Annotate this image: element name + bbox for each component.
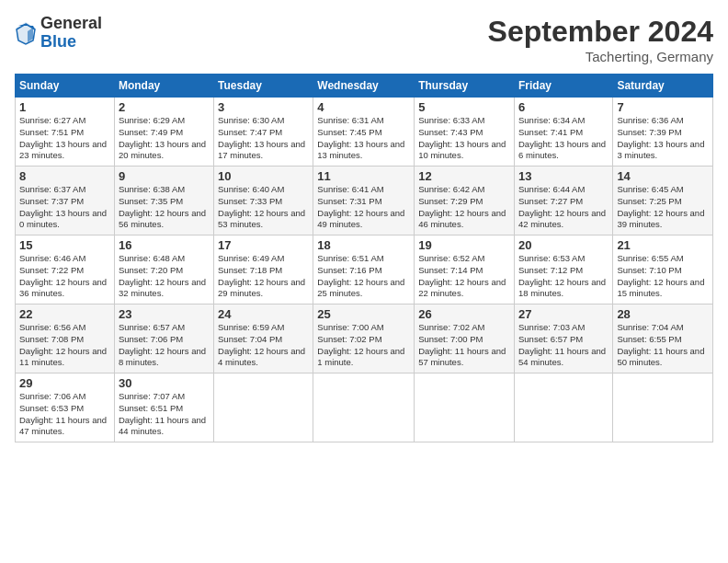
- day-info: Sunrise: 6:33 AM Sunset: 7:43 PM Dayligh…: [418, 115, 510, 162]
- table-row: [313, 373, 415, 442]
- table-row: 12Sunrise: 6:42 AM Sunset: 7:29 PM Dayli…: [415, 167, 515, 236]
- day-number: 15: [19, 238, 110, 252]
- day-header: Wednesday: [313, 75, 415, 98]
- day-number: 12: [418, 169, 510, 183]
- day-info: Sunrise: 6:48 AM Sunset: 7:20 PM Dayligh…: [119, 253, 210, 300]
- day-info: Sunrise: 7:02 AM Sunset: 7:00 PM Dayligh…: [418, 322, 510, 369]
- day-number: 11: [317, 169, 410, 183]
- table-row: 5Sunrise: 6:33 AM Sunset: 7:43 PM Daylig…: [415, 98, 515, 167]
- table-row: 24Sunrise: 6:59 AM Sunset: 7:04 PM Dayli…: [214, 304, 313, 373]
- day-number: 2: [119, 100, 210, 114]
- day-info: Sunrise: 6:56 AM Sunset: 7:08 PM Dayligh…: [19, 322, 110, 369]
- day-number: 3: [218, 100, 309, 114]
- day-header: Tuesday: [214, 75, 313, 98]
- day-info: Sunrise: 6:29 AM Sunset: 7:49 PM Dayligh…: [119, 115, 210, 162]
- day-number: 20: [518, 238, 609, 252]
- logo-text: General Blue: [40, 15, 102, 52]
- table-row: 25Sunrise: 7:00 AM Sunset: 7:02 PM Dayli…: [313, 304, 415, 373]
- day-number: 1: [19, 100, 110, 114]
- day-info: Sunrise: 7:07 AM Sunset: 6:51 PM Dayligh…: [119, 391, 210, 438]
- day-info: Sunrise: 6:49 AM Sunset: 7:18 PM Dayligh…: [218, 253, 309, 300]
- day-info: Sunrise: 7:03 AM Sunset: 6:57 PM Dayligh…: [518, 322, 609, 369]
- table-row: 8Sunrise: 6:37 AM Sunset: 7:37 PM Daylig…: [16, 167, 115, 236]
- day-number: 16: [119, 238, 210, 252]
- day-number: 19: [418, 238, 510, 252]
- day-number: 25: [317, 307, 410, 321]
- table-row: 2Sunrise: 6:29 AM Sunset: 7:49 PM Daylig…: [114, 98, 213, 167]
- day-header: Monday: [114, 75, 213, 98]
- day-info: Sunrise: 6:34 AM Sunset: 7:41 PM Dayligh…: [518, 115, 609, 162]
- table-row: 9Sunrise: 6:38 AM Sunset: 7:35 PM Daylig…: [114, 167, 213, 236]
- day-info: Sunrise: 6:42 AM Sunset: 7:29 PM Dayligh…: [418, 184, 510, 231]
- table-row: 6Sunrise: 6:34 AM Sunset: 7:41 PM Daylig…: [514, 98, 612, 167]
- day-info: Sunrise: 6:41 AM Sunset: 7:31 PM Dayligh…: [317, 184, 410, 231]
- day-info: Sunrise: 6:53 AM Sunset: 7:12 PM Dayligh…: [518, 253, 609, 300]
- table-row: 1Sunrise: 6:27 AM Sunset: 7:51 PM Daylig…: [16, 98, 115, 167]
- table-row: [514, 373, 612, 442]
- table-row: 15Sunrise: 6:46 AM Sunset: 7:22 PM Dayli…: [16, 236, 115, 304]
- day-info: Sunrise: 6:46 AM Sunset: 7:22 PM Dayligh…: [19, 253, 110, 300]
- day-header: Thursday: [415, 75, 515, 98]
- table-row: 29Sunrise: 7:06 AM Sunset: 6:53 PM Dayli…: [16, 373, 115, 442]
- table-row: 7Sunrise: 6:36 AM Sunset: 7:39 PM Daylig…: [613, 98, 713, 167]
- day-info: Sunrise: 6:57 AM Sunset: 7:06 PM Dayligh…: [119, 322, 210, 369]
- calendar-week: 22Sunrise: 6:56 AM Sunset: 7:08 PM Dayli…: [16, 304, 713, 373]
- day-info: Sunrise: 6:38 AM Sunset: 7:35 PM Dayligh…: [119, 184, 210, 231]
- header-row: SundayMondayTuesdayWednesdayThursdayFrid…: [16, 75, 713, 98]
- table-row: 20Sunrise: 6:53 AM Sunset: 7:12 PM Dayli…: [514, 236, 612, 304]
- day-info: Sunrise: 7:06 AM Sunset: 6:53 PM Dayligh…: [19, 391, 110, 438]
- day-header: Sunday: [16, 75, 115, 98]
- table-row: 14Sunrise: 6:45 AM Sunset: 7:25 PM Dayli…: [613, 167, 713, 236]
- logo-blue: Blue: [40, 33, 102, 52]
- day-info: Sunrise: 6:59 AM Sunset: 7:04 PM Dayligh…: [218, 322, 309, 369]
- day-info: Sunrise: 6:27 AM Sunset: 7:51 PM Dayligh…: [19, 115, 110, 162]
- day-number: 22: [19, 307, 110, 321]
- table-row: [415, 373, 515, 442]
- title-section: September 2024 Tacherting, Germany: [488, 15, 713, 64]
- month-title: September 2024: [488, 15, 713, 49]
- calendar-week: 8Sunrise: 6:37 AM Sunset: 7:37 PM Daylig…: [16, 167, 713, 236]
- location: Tacherting, Germany: [488, 49, 713, 64]
- table-row: 10Sunrise: 6:40 AM Sunset: 7:33 PM Dayli…: [214, 167, 313, 236]
- day-number: 27: [518, 307, 609, 321]
- day-number: 30: [119, 376, 210, 390]
- day-info: Sunrise: 6:55 AM Sunset: 7:10 PM Dayligh…: [617, 253, 709, 300]
- day-number: 23: [119, 307, 210, 321]
- logo: General Blue: [15, 15, 102, 52]
- day-info: Sunrise: 6:44 AM Sunset: 7:27 PM Dayligh…: [518, 184, 609, 231]
- day-info: Sunrise: 7:00 AM Sunset: 7:02 PM Dayligh…: [317, 322, 410, 369]
- table-row: 28Sunrise: 7:04 AM Sunset: 6:55 PM Dayli…: [613, 304, 713, 373]
- day-number: 29: [19, 376, 110, 390]
- day-number: 5: [418, 100, 510, 114]
- table-row: 11Sunrise: 6:41 AM Sunset: 7:31 PM Dayli…: [313, 167, 415, 236]
- day-number: 21: [617, 238, 709, 252]
- day-number: 24: [218, 307, 309, 321]
- table-row: [613, 373, 713, 442]
- table-row: 13Sunrise: 6:44 AM Sunset: 7:27 PM Dayli…: [514, 167, 612, 236]
- day-number: 8: [19, 169, 110, 183]
- day-info: Sunrise: 6:45 AM Sunset: 7:25 PM Dayligh…: [617, 184, 709, 231]
- day-header: Friday: [514, 75, 612, 98]
- table-row: 23Sunrise: 6:57 AM Sunset: 7:06 PM Dayli…: [114, 304, 213, 373]
- table-row: 21Sunrise: 6:55 AM Sunset: 7:10 PM Dayli…: [613, 236, 713, 304]
- day-number: 26: [418, 307, 510, 321]
- day-number: 6: [518, 100, 609, 114]
- calendar-week: 1Sunrise: 6:27 AM Sunset: 7:51 PM Daylig…: [16, 98, 713, 167]
- day-info: Sunrise: 6:37 AM Sunset: 7:37 PM Dayligh…: [19, 184, 110, 231]
- day-number: 14: [617, 169, 709, 183]
- table-row: 19Sunrise: 6:52 AM Sunset: 7:14 PM Dayli…: [415, 236, 515, 304]
- table-row: 18Sunrise: 6:51 AM Sunset: 7:16 PM Dayli…: [313, 236, 415, 304]
- day-info: Sunrise: 7:04 AM Sunset: 6:55 PM Dayligh…: [617, 322, 709, 369]
- day-number: 10: [218, 169, 309, 183]
- table-row: [214, 373, 313, 442]
- page: General Blue September 2024 Tacherting, …: [0, 0, 728, 452]
- day-number: 9: [119, 169, 210, 183]
- day-info: Sunrise: 6:30 AM Sunset: 7:47 PM Dayligh…: [218, 115, 309, 162]
- day-number: 13: [518, 169, 609, 183]
- calendar-week: 15Sunrise: 6:46 AM Sunset: 7:22 PM Dayli…: [16, 236, 713, 304]
- calendar-week: 29Sunrise: 7:06 AM Sunset: 6:53 PM Dayli…: [16, 373, 713, 442]
- table-row: 3Sunrise: 6:30 AM Sunset: 7:47 PM Daylig…: [214, 98, 313, 167]
- day-info: Sunrise: 6:36 AM Sunset: 7:39 PM Dayligh…: [617, 115, 709, 162]
- day-info: Sunrise: 6:51 AM Sunset: 7:16 PM Dayligh…: [317, 253, 410, 300]
- day-info: Sunrise: 6:31 AM Sunset: 7:45 PM Dayligh…: [317, 115, 410, 162]
